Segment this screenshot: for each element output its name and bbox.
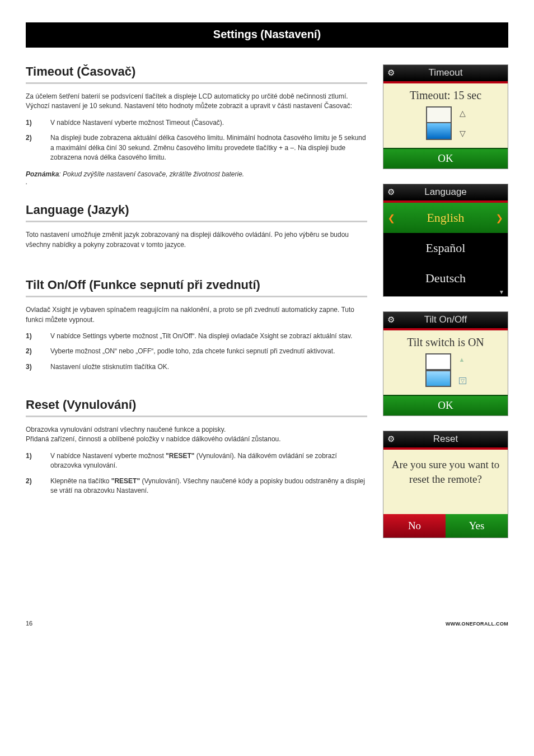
screen-language-title: ⚙ Language — [383, 184, 508, 203]
main-content: Timeout (Časovač) Za účelem šetření bate… — [26, 64, 367, 553]
arrow-down-icon[interactable]: ▽ — [459, 377, 466, 384]
gear-icon: ⚙ — [383, 434, 398, 444]
timeout-step: 2) Na displeji bude zobrazena aktuální d… — [26, 133, 367, 162]
reset-intro1: Obrazovka vynulování odstraní všechny na… — [26, 425, 367, 435]
screen-timeout-title: ⚙ Timeout — [383, 65, 508, 83]
screen-tilt: ⚙ Tilt On/Off Tilt switch is ON ▲ ▽ OK — [383, 311, 508, 416]
yes-button[interactable]: Yes — [446, 514, 508, 538]
preview-column: ⚙ Timeout Timeout: 15 sec △ ▽ OK — [383, 64, 508, 553]
screen-language: ⚙ Language English Español Deutsch ▼ — [383, 184, 508, 297]
timeout-step: 1) V nabídce Nastavení vyberte možnost T… — [26, 118, 367, 128]
tilt-step: 2) Vyberte možnost „ON“ nebo „OFF“, podl… — [26, 347, 367, 356]
screen-reset-title: ⚙ Reset — [383, 431, 508, 450]
screen-timeout: ⚙ Timeout Timeout: 15 sec △ ▽ OK — [383, 64, 508, 169]
heading-timeout: Timeout (Časovač) — [26, 64, 367, 84]
page-title-bar: Settings (Nastavení) — [26, 22, 508, 48]
tilt-step: 3) Nastavení uložte stisknutím tlačítka … — [26, 362, 367, 372]
screen-tilt-title: ⚙ Tilt On/Off — [383, 312, 508, 330]
tilt-step: 1) V nabídce Settings vyberte možnost „T… — [26, 332, 367, 341]
timeout-slider[interactable] — [426, 106, 452, 140]
gear-icon: ⚙ — [383, 187, 398, 197]
reset-step: 1) V nabídce Nastavení vyberte možnost "… — [26, 451, 367, 471]
reset-intro2: Přidaná zařízení, činnosti a oblíbené po… — [26, 435, 367, 444]
tilt-intro: Ovladač Xsight je vybaven spínačem reagu… — [26, 305, 367, 325]
reset-step: 2) Klepněte na tlačítko "RESET" (Vynulov… — [26, 477, 367, 496]
arrow-up-icon[interactable]: ▲ — [459, 356, 466, 363]
timeout-value: Timeout: 15 sec — [383, 83, 508, 104]
tilt-value: Tilt switch is ON — [383, 330, 508, 351]
language-option-english[interactable]: English — [383, 203, 508, 233]
reset-question: Are you sure you want to reset the remot… — [383, 450, 508, 514]
language-option-deutsch[interactable]: Deutsch — [383, 263, 508, 289]
page-footer: 16 WWW.ONEFORALL.COM — [26, 620, 508, 627]
footer-url: WWW.ONEFORALL.COM — [446, 621, 508, 627]
tilt-slider[interactable] — [425, 353, 451, 387]
screen-reset: ⚙ Reset Are you sure you want to reset t… — [383, 431, 508, 538]
language-intro: Toto nastavení umožňuje změnit jazyk zob… — [26, 230, 367, 250]
gear-icon: ⚙ — [383, 315, 398, 325]
arrow-up-icon[interactable]: △ — [460, 109, 466, 118]
arrow-down-icon[interactable]: ▽ — [460, 129, 466, 138]
heading-tilt: Tilt On/Off (Funkce sepnutí při zvednutí… — [26, 278, 367, 297]
gear-icon: ⚙ — [383, 68, 398, 78]
page-number: 16 — [26, 620, 32, 627]
language-option-espanol[interactable]: Español — [383, 233, 508, 263]
heading-reset: Reset (Vynulování) — [26, 398, 367, 417]
ok-button[interactable]: OK — [383, 148, 508, 169]
ok-button[interactable]: OK — [383, 395, 508, 416]
timeout-note: Poznámka: Pokud zvýšíte nastavení časova… — [26, 170, 367, 186]
heading-language: Language (Jazyk) — [26, 203, 367, 222]
more-indicator-icon: ▼ — [383, 289, 508, 296]
timeout-intro: Za účelem šetření baterií se podsvícení … — [26, 92, 367, 111]
no-button[interactable]: No — [383, 514, 446, 538]
